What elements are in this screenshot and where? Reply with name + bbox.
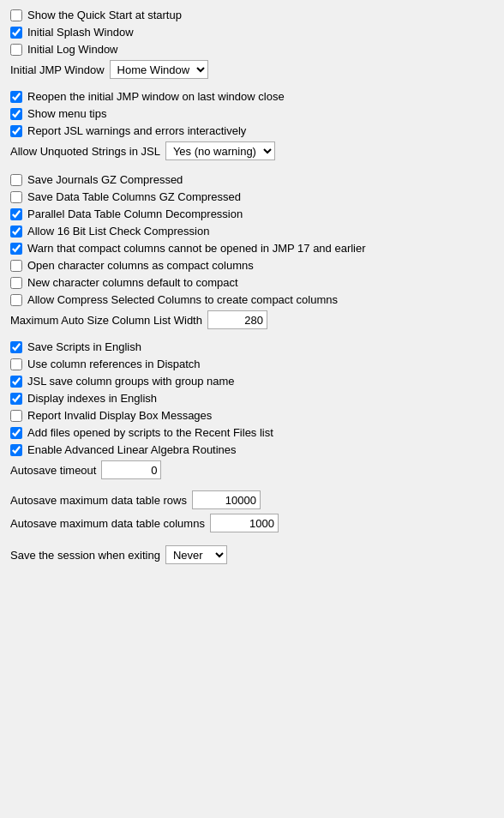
show-quick-start-text: Show the Quick Start at startup: [27, 9, 182, 21]
parallel-decomp-row: Parallel Data Table Column Decompression: [10, 208, 494, 220]
show-quick-start-row: Show the Quick Start at startup: [10, 9, 494, 21]
reopen-initial-label[interactable]: Reopen the initial JMP window on last wi…: [10, 90, 285, 103]
jsl-save-col-groups-text: JSL save column groups with group name: [27, 375, 235, 388]
initial-log-checkbox[interactable]: [10, 44, 22, 56]
use-col-ref-dispatch-row: Use column references in Dispatch: [10, 358, 494, 370]
save-session-row: Save the session when exiting Never Alwa…: [10, 545, 494, 564]
jsl-save-col-groups-label[interactable]: JSL save column groups with group name: [10, 375, 235, 388]
open-char-compact-checkbox[interactable]: [10, 260, 22, 272]
initial-splash-checkbox[interactable]: [10, 27, 22, 39]
display-indexes-english-checkbox[interactable]: [10, 393, 22, 405]
use-col-ref-dispatch-label[interactable]: Use column references in Dispatch: [10, 358, 201, 370]
allow-compress-selected-text: Allow Compress Selected Columns to creat…: [27, 293, 338, 306]
allow-16bit-checkbox[interactable]: [10, 226, 22, 238]
display-indexes-english-row: Display indexes in English: [10, 392, 494, 405]
autosave-timeout-label: Autosave timeout: [10, 464, 96, 477]
save-data-table-gz-text: Save Data Table Columns GZ Compressed: [27, 190, 241, 203]
open-char-compact-text: Open character columns as compact column…: [27, 259, 254, 272]
display-indexes-english-label[interactable]: Display indexes in English: [10, 392, 157, 405]
initial-log-label[interactable]: Initial Log Window: [10, 43, 118, 56]
initial-jmp-window-label: Initial JMP Window: [10, 63, 105, 76]
show-quick-start-label[interactable]: Show the Quick Start at startup: [10, 9, 182, 21]
report-invalid-display-row: Report Invalid Display Box Messages: [10, 409, 494, 422]
open-char-compact-row: Open character columns as compact column…: [10, 259, 494, 272]
report-jsl-label[interactable]: Report JSL warnings and errors interacti…: [10, 124, 246, 137]
reopen-initial-row: Reopen the initial JMP window on last wi…: [10, 90, 494, 103]
warn-compact-text: Warn that compact columns cannot be open…: [27, 242, 366, 255]
initial-log-row: Initial Log Window: [10, 43, 494, 56]
save-scripts-english-row: Save Scripts in English: [10, 340, 494, 353]
save-scripts-english-label[interactable]: Save Scripts in English: [10, 340, 141, 353]
allow-compress-selected-checkbox[interactable]: [10, 294, 22, 306]
open-char-compact-label[interactable]: Open character columns as compact column…: [10, 259, 254, 272]
use-col-ref-dispatch-text: Use column references in Dispatch: [27, 358, 201, 370]
report-invalid-display-checkbox[interactable]: [10, 410, 22, 422]
report-jsl-checkbox[interactable]: [10, 125, 22, 137]
enable-advanced-linear-checkbox[interactable]: [10, 444, 22, 456]
initial-log-text: Initial Log Window: [27, 43, 118, 56]
add-files-recent-label[interactable]: Add files opened by scripts to the Recen…: [10, 426, 273, 439]
new-char-compact-row: New character columns default to compact: [10, 276, 494, 289]
report-invalid-display-label[interactable]: Report Invalid Display Box Messages: [10, 409, 212, 422]
save-session-select[interactable]: Never Always Ask: [165, 545, 227, 564]
allow-unquoted-row: Allow Unquoted Strings in JSL Yes (no wa…: [10, 141, 494, 160]
show-quick-start-checkbox[interactable]: [10, 9, 22, 21]
jsl-save-col-groups-checkbox[interactable]: [10, 376, 22, 388]
add-files-recent-text: Add files opened by scripts to the Recen…: [27, 426, 273, 439]
new-char-compact-text: New character columns default to compact: [27, 276, 238, 289]
enable-advanced-linear-row: Enable Advanced Linear Algebra Routines: [10, 443, 494, 456]
allow-16bit-label[interactable]: Allow 16 Bit List Check Compression: [10, 225, 209, 238]
save-data-table-gz-checkbox[interactable]: [10, 191, 22, 203]
save-journals-gz-text: Save Journals GZ Compressed: [27, 173, 183, 186]
save-journals-gz-label[interactable]: Save Journals GZ Compressed: [10, 173, 183, 186]
show-menu-tips-text: Show menu tips: [27, 107, 107, 120]
save-session-label: Save the session when exiting: [10, 549, 160, 562]
report-invalid-display-text: Report Invalid Display Box Messages: [27, 409, 212, 422]
enable-advanced-linear-text: Enable Advanced Linear Algebra Routines: [27, 443, 237, 456]
parallel-decomp-text: Parallel Data Table Column Decompression: [27, 208, 243, 220]
autosave-max-rows-label: Autosave maximum data table rows: [10, 494, 187, 507]
allow-unquoted-select[interactable]: Yes (no warning) No Warn: [165, 141, 275, 160]
max-auto-size-label: Maximum Auto Size Column List Width: [10, 314, 202, 327]
parallel-decomp-label[interactable]: Parallel Data Table Column Decompression: [10, 208, 243, 220]
enable-advanced-linear-label[interactable]: Enable Advanced Linear Algebra Routines: [10, 443, 237, 456]
jsl-save-col-groups-row: JSL save column groups with group name: [10, 375, 494, 388]
use-col-ref-dispatch-checkbox[interactable]: [10, 358, 22, 370]
allow-16bit-text: Allow 16 Bit List Check Compression: [27, 225, 209, 238]
save-scripts-english-checkbox[interactable]: [10, 341, 22, 353]
initial-jmp-window-select[interactable]: Home Window Script Window Data Table: [110, 60, 208, 79]
reopen-initial-checkbox[interactable]: [10, 91, 22, 103]
save-scripts-english-text: Save Scripts in English: [27, 340, 141, 353]
warn-compact-label[interactable]: Warn that compact columns cannot be open…: [10, 242, 366, 255]
reopen-initial-text: Reopen the initial JMP window on last wi…: [27, 90, 285, 103]
add-files-recent-checkbox[interactable]: [10, 427, 22, 439]
autosave-timeout-input[interactable]: [101, 460, 161, 479]
show-menu-tips-label[interactable]: Show menu tips: [10, 107, 107, 120]
new-char-compact-label[interactable]: New character columns default to compact: [10, 276, 238, 289]
report-jsl-row: Report JSL warnings and errors interacti…: [10, 124, 494, 137]
add-files-recent-row: Add files opened by scripts to the Recen…: [10, 426, 494, 439]
warn-compact-checkbox[interactable]: [10, 243, 22, 255]
show-menu-tips-row: Show menu tips: [10, 107, 494, 120]
show-menu-tips-checkbox[interactable]: [10, 108, 22, 120]
save-journals-gz-row: Save Journals GZ Compressed: [10, 173, 494, 186]
report-jsl-text: Report JSL warnings and errors interacti…: [27, 124, 246, 137]
allow-compress-selected-label[interactable]: Allow Compress Selected Columns to creat…: [10, 293, 338, 306]
display-indexes-english-text: Display indexes in English: [27, 392, 157, 405]
initial-splash-text: Initial Splash Window: [27, 26, 134, 39]
parallel-decomp-checkbox[interactable]: [10, 208, 22, 220]
autosave-max-rows-input[interactable]: [192, 490, 261, 509]
save-data-table-gz-label[interactable]: Save Data Table Columns GZ Compressed: [10, 190, 241, 203]
autosave-max-rows-row: Autosave maximum data table rows: [10, 490, 494, 509]
new-char-compact-checkbox[interactable]: [10, 277, 22, 289]
max-auto-size-input[interactable]: [207, 310, 267, 329]
allow-unquoted-label: Allow Unquoted Strings in JSL: [10, 145, 160, 158]
save-journals-gz-checkbox[interactable]: [10, 174, 22, 186]
initial-splash-label[interactable]: Initial Splash Window: [10, 26, 134, 39]
allow-compress-selected-row: Allow Compress Selected Columns to creat…: [10, 293, 494, 306]
initial-splash-row: Initial Splash Window: [10, 26, 494, 39]
initial-jmp-window-row: Initial JMP Window Home Window Script Wi…: [10, 60, 494, 79]
autosave-max-cols-row: Autosave maximum data table columns: [10, 514, 494, 532]
save-data-table-gz-row: Save Data Table Columns GZ Compressed: [10, 190, 494, 203]
autosave-max-cols-input[interactable]: [210, 514, 279, 532]
